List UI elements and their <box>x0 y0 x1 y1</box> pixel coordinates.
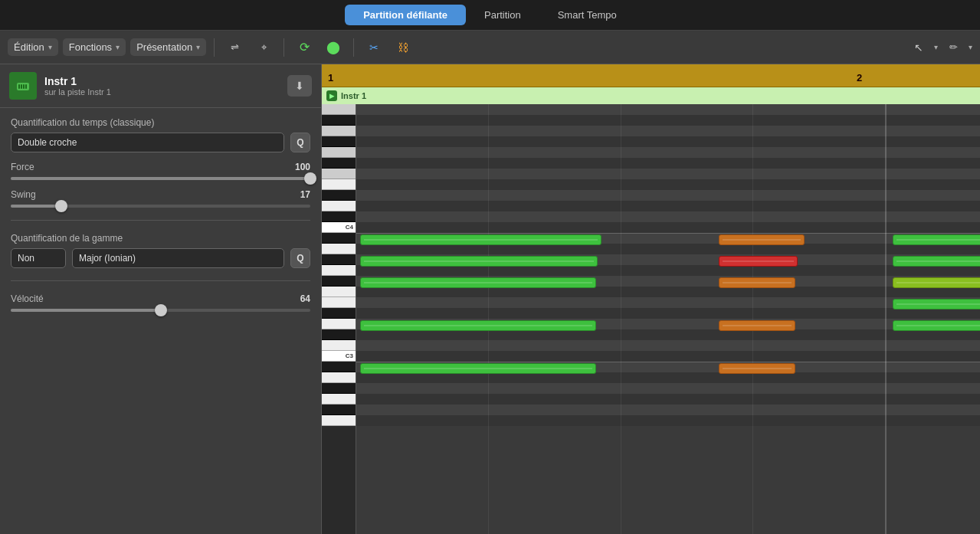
key-low4 <box>322 394 356 405</box>
region-header: ▶ Instr 1 <box>322 87 980 104</box>
key-c4: C4 <box>322 222 356 233</box>
equalizer-btn[interactable]: ⇌ <box>222 37 247 58</box>
velocite-thumb[interactable] <box>155 304 167 316</box>
svg-rect-1 <box>18 84 20 89</box>
non-select[interactable]: Non Oui <box>11 248 66 268</box>
quantification-temps-row: Double croche Croche Noire Blanche Ronde… <box>11 133 310 152</box>
region-play-icon: ▶ <box>326 90 337 101</box>
force-value: 100 <box>295 162 310 172</box>
quantification-temps-q-btn[interactable]: Q <box>290 133 310 152</box>
quantification-temps-select[interactable]: Double croche Croche Noire Blanche Ronde <box>11 133 284 152</box>
toolbar-separator-3 <box>353 38 354 57</box>
presentation-arrow: ▾ <box>196 43 200 51</box>
note-3[interactable] <box>893 234 980 245</box>
midi-thru-btn[interactable]: ⟳ <box>292 37 316 58</box>
velocite-value: 64 <box>300 293 310 304</box>
record-btn[interactable]: ⬤ <box>321 37 346 58</box>
swing-label: Swing <box>11 189 36 200</box>
c4-line <box>356 233 980 234</box>
note-11[interactable] <box>893 277 980 288</box>
swing-track[interactable] <box>11 205 310 208</box>
velocite-fill <box>11 309 161 312</box>
note-15[interactable] <box>360 320 596 331</box>
grid-bg <box>356 104 980 534</box>
force-thumb[interactable] <box>304 172 316 185</box>
key-c3: C3 <box>322 351 356 362</box>
swing-value: 17 <box>300 189 310 200</box>
quantification-gamme-row: Non Oui Major (Ionian) Minor (Aeolian) D… <box>11 248 310 268</box>
note-5[interactable] <box>360 256 598 267</box>
pencil-arrow: ▾ <box>969 43 972 51</box>
note-19[interactable] <box>360 363 596 374</box>
note-6[interactable] <box>719 256 798 267</box>
key-b4 <box>322 104 356 115</box>
download-btn[interactable]: ⬇ <box>287 75 312 97</box>
right-area: 1 2 ▶ Instr 1 <box>322 64 980 534</box>
quantification-gamme-q-btn[interactable]: Q <box>290 248 310 268</box>
key-a3 <box>322 254 356 265</box>
key-ab3 <box>322 265 356 276</box>
tab-smart-tempo[interactable]: Smart Tempo <box>539 5 635 25</box>
swing-fill <box>11 205 61 208</box>
beat-line-2 <box>621 104 621 534</box>
swing-label-row: Swing 17 <box>11 189 310 200</box>
pin-btn[interactable]: ⌖ <box>251 37 276 58</box>
cursor-btn[interactable]: ↖ <box>906 37 931 58</box>
key-f3 <box>322 297 356 308</box>
key-bb4 <box>322 115 356 126</box>
piano-keys: C4 C3 <box>322 104 356 426</box>
quantification-temps-label: Quantification du temps (classique) <box>11 117 310 128</box>
timeline-bar: 1 2 <box>322 64 980 87</box>
key-low5 <box>322 405 356 415</box>
menu-presentation[interactable]: Présentation ▾ <box>130 38 206 56</box>
velocite-label: Vélocité <box>11 293 44 304</box>
key-db4 <box>322 211 356 222</box>
piano-roll-content[interactable] <box>356 104 980 534</box>
cursor-arrow: ▾ <box>934 43 938 51</box>
note-10[interactable] <box>719 277 795 288</box>
note-7[interactable] <box>893 256 980 267</box>
note-16[interactable] <box>719 320 795 331</box>
svg-rect-3 <box>23 84 25 89</box>
instrument-icon <box>9 72 37 100</box>
swing-section: Swing 17 <box>11 189 310 208</box>
key-db3 <box>322 340 356 351</box>
pencil-btn[interactable]: ✏ <box>941 37 965 58</box>
key-bb3 <box>322 244 356 254</box>
force-fill <box>11 177 310 180</box>
bar-number-2: 2 <box>857 72 862 84</box>
force-label: Force <box>11 162 34 172</box>
key-gb4 <box>322 158 356 169</box>
note-17[interactable] <box>893 320 980 331</box>
fonctions-arrow: ▾ <box>116 43 120 51</box>
note-1[interactable] <box>360 234 601 245</box>
key-d3 <box>322 329 356 340</box>
menu-fonctions[interactable]: Fonctions ▾ <box>63 38 126 56</box>
note-13[interactable] <box>893 299 980 310</box>
piano-roll-body: C4 C3 <box>322 104 980 534</box>
section-divider <box>11 220 310 221</box>
note-20[interactable] <box>719 363 795 374</box>
force-track[interactable] <box>11 177 310 180</box>
scissors-btn[interactable]: ✂ <box>362 37 386 58</box>
tab-partition[interactable]: Partition <box>466 5 539 25</box>
key-low2 <box>322 372 356 383</box>
controls-area: Quantification du temps (classique) Doub… <box>0 108 321 534</box>
scale-select[interactable]: Major (Ionian) Minor (Aeolian) Dorian Ph… <box>72 248 284 268</box>
velocite-track[interactable] <box>11 309 310 312</box>
toolbar-right: ↖ ▾ ✏ ▾ <box>906 37 972 58</box>
link-btn[interactable]: ⛓ <box>391 37 415 58</box>
tab-partition-defilante[interactable]: Partition défilante <box>345 5 466 25</box>
note-2[interactable] <box>719 234 805 245</box>
swing-thumb[interactable] <box>55 200 67 212</box>
main-area: Instr 1 sur la piste Instr 1 ⬇ Quantific… <box>0 64 980 534</box>
key-b3 <box>322 233 356 244</box>
quantification-temps-section: Quantification du temps (classique) Doub… <box>11 117 310 152</box>
key-g3 <box>322 276 356 287</box>
note-9[interactable] <box>360 277 596 288</box>
menu-edition[interactable]: Édition ▾ <box>8 38 58 56</box>
instrument-info: Instr 1 sur la piste Instr 1 <box>44 75 111 97</box>
key-low6 <box>322 415 356 426</box>
quantification-gamme-label: Quantification de la gamme <box>11 233 310 244</box>
instrument-name: Instr 1 <box>44 75 111 87</box>
